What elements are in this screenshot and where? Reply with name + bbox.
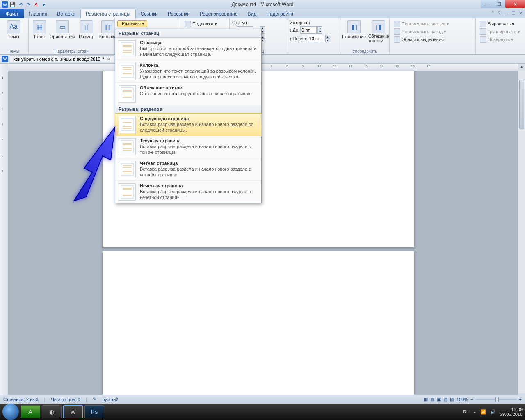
- spacing-label: Интервал: [290, 20, 310, 25]
- status-words[interactable]: Число слов: 0: [51, 397, 80, 402]
- minimize-button[interactable]: —: [481, 0, 493, 8]
- workspace: 1234567 7891011121314151617 ▲ ▼: [0, 64, 525, 399]
- tab-addins[interactable]: Надстройки: [261, 9, 298, 18]
- selection-icon: [394, 36, 400, 43]
- size-icon: ▯: [80, 20, 93, 33]
- tray-lang[interactable]: RU: [463, 409, 470, 414]
- group-icon: [480, 28, 486, 35]
- font-color-icon[interactable]: A: [33, 1, 39, 8]
- tab-view[interactable]: Вид: [242, 9, 261, 18]
- spacing-after[interactable]: ↕После:▲▼: [290, 35, 330, 42]
- align-button[interactable]: Выровнять ▾: [478, 20, 516, 27]
- close-button[interactable]: ✕: [505, 0, 525, 8]
- tab-page-layout[interactable]: Разметка страницы: [80, 9, 136, 18]
- orientation-button[interactable]: ▭Ориентация: [49, 19, 75, 40]
- view-print-icon[interactable]: ▦: [424, 397, 428, 402]
- view-web-icon[interactable]: ▣: [437, 397, 441, 402]
- document-tab[interactable]: как убрать номер с п...ницы в ворде 2010…: [10, 55, 114, 62]
- margins-button[interactable]: ▦Поля: [31, 19, 48, 40]
- word-doc-icon: W: [2, 56, 8, 62]
- doc-restore-icon[interactable]: ☐: [511, 11, 516, 16]
- scroll-up-icon[interactable]: ▲: [518, 64, 525, 71]
- tab-file[interactable]: Файл: [0, 9, 24, 18]
- spacing-after-icon: ↕: [290, 36, 292, 41]
- dd-item-sec-1[interactable]: Текущая страницаВставка разрыва раздела …: [115, 136, 261, 158]
- dd-item-pg-2[interactable]: Обтекание текстомОбтекание текста вокруг…: [115, 83, 261, 105]
- taskbar-photoshop[interactable]: Ps: [84, 405, 104, 418]
- tray-volume-icon[interactable]: 🔊: [490, 409, 496, 415]
- doc-min-icon[interactable]: —: [504, 11, 508, 16]
- dd-item-sec-3[interactable]: Нечетная страницаВставка разрыва раздела…: [115, 181, 261, 203]
- position-button[interactable]: ◧Положение: [343, 19, 365, 40]
- group-page-setup-label: Параметры стран: [29, 49, 114, 54]
- window-controls: — ☐ ✕: [481, 0, 525, 8]
- tray-flag-icon[interactable]: ▴: [474, 409, 476, 415]
- taskbar-chrome[interactable]: ◐: [42, 405, 62, 418]
- tab-home[interactable]: Главная: [24, 9, 52, 18]
- dd-item-title: Следующая страница: [140, 116, 258, 121]
- dd-item-desc: Вставка разрыва раздела и начало нового …: [140, 122, 258, 133]
- taskbar-app-1[interactable]: A: [21, 405, 40, 418]
- dd-item-desc: Указывает, что текст, следующий за разры…: [140, 68, 258, 80]
- bring-forward-button[interactable]: Переместить вперед ▾: [392, 20, 451, 27]
- vertical-scrollbar[interactable]: ▲ ▼: [518, 64, 525, 399]
- ribbon-minimize-icon[interactable]: ⌃: [491, 11, 495, 16]
- tray-clock[interactable]: 15:09 29.06.2018: [500, 407, 523, 417]
- doc-close-icon[interactable]: ✕: [519, 11, 523, 16]
- rotate-button[interactable]: Повернуть ▾: [478, 36, 515, 43]
- view-outline-icon[interactable]: ▧: [443, 397, 447, 402]
- tab-insert[interactable]: Вставка: [52, 9, 80, 18]
- wrap-text-button[interactable]: ◨Обтекание текстом: [367, 19, 390, 44]
- orientation-icon: ▭: [56, 20, 69, 33]
- maximize-button[interactable]: ☐: [493, 0, 505, 8]
- zoom-in-icon[interactable]: +: [519, 397, 522, 402]
- wrap-icon: ◨: [372, 20, 385, 33]
- tab-mailings[interactable]: Рассылки: [163, 9, 195, 18]
- close-tab-icon[interactable]: ✕: [107, 57, 110, 62]
- view-read-icon[interactable]: ▤: [430, 397, 434, 402]
- help-icon[interactable]: ?: [498, 11, 500, 16]
- undo-icon[interactable]: ↶: [17, 1, 24, 8]
- dd-item-sec-2[interactable]: Четная страницаВставка разрыва раздела и…: [115, 158, 261, 181]
- dd-item-desc: Обтекание текста вокруг объектов на веб-…: [140, 91, 258, 97]
- tab-references[interactable]: Ссылки: [136, 9, 163, 18]
- spellcheck-icon[interactable]: ✎: [93, 397, 96, 402]
- dd-item-icon: [119, 85, 136, 103]
- quick-access-toolbar: W 💾 ↶ ↷ A ▾: [0, 1, 47, 8]
- status-page[interactable]: Страница: 2 из 3: [3, 397, 39, 402]
- breaks-button[interactable]: Разрывы ▾: [117, 20, 147, 27]
- dd-item-sec-0[interactable]: Следующая страницаВставка разрыва раздел…: [115, 113, 262, 136]
- svg-rect-0: [121, 43, 133, 55]
- size-button[interactable]: ▯Размер: [77, 19, 96, 40]
- selection-pane-button[interactable]: Область выделения: [392, 36, 445, 43]
- spacing-before[interactable]: ↕До:▲▼: [290, 26, 322, 34]
- view-draft-icon[interactable]: ▨: [450, 397, 454, 402]
- page-2[interactable]: [103, 251, 414, 399]
- tab-review[interactable]: Рецензирование: [195, 9, 243, 18]
- dd-item-desc: Вставка разрыва раздела и начало нового …: [140, 189, 258, 201]
- status-lang[interactable]: русский: [102, 397, 118, 402]
- save-icon[interactable]: 💾: [9, 1, 16, 8]
- dd-item-title: Колонка: [140, 63, 258, 68]
- group-button[interactable]: Группировать ▾: [478, 28, 522, 35]
- watermark-icon: [185, 21, 191, 27]
- dd-item-pg-1[interactable]: КолонкаУказывает, что текст, следующий з…: [115, 60, 261, 83]
- watermark-button[interactable]: Подложка ▾: [183, 20, 219, 27]
- redo-icon[interactable]: ↷: [25, 1, 32, 8]
- zoom-level[interactable]: 100%: [457, 397, 468, 402]
- dd-header-page-breaks: Разрывы страниц: [115, 29, 261, 38]
- indent-label: Отступ: [232, 20, 247, 25]
- themes-icon: Aa: [7, 20, 20, 33]
- send-backward-button[interactable]: Переместить назад ▾: [392, 28, 448, 35]
- start-button[interactable]: [2, 404, 19, 420]
- vertical-ruler: 1234567: [0, 64, 8, 399]
- themes-button[interactable]: Aa Темы: [2, 19, 25, 40]
- zoom-out-icon[interactable]: −: [470, 397, 473, 402]
- breaks-dropdown: Разрывы страниц СтраницаВыбор точки, в к…: [115, 29, 262, 203]
- qat-more-icon[interactable]: ▾: [41, 1, 47, 8]
- zoom-slider[interactable]: [476, 399, 517, 400]
- tray-network-icon[interactable]: 📶: [480, 409, 486, 415]
- scroll-thumb[interactable]: [519, 80, 524, 129]
- dd-item-pg-0[interactable]: СтраницаВыбор точки, в которой заканчива…: [115, 38, 261, 60]
- taskbar-word[interactable]: W: [63, 405, 83, 418]
